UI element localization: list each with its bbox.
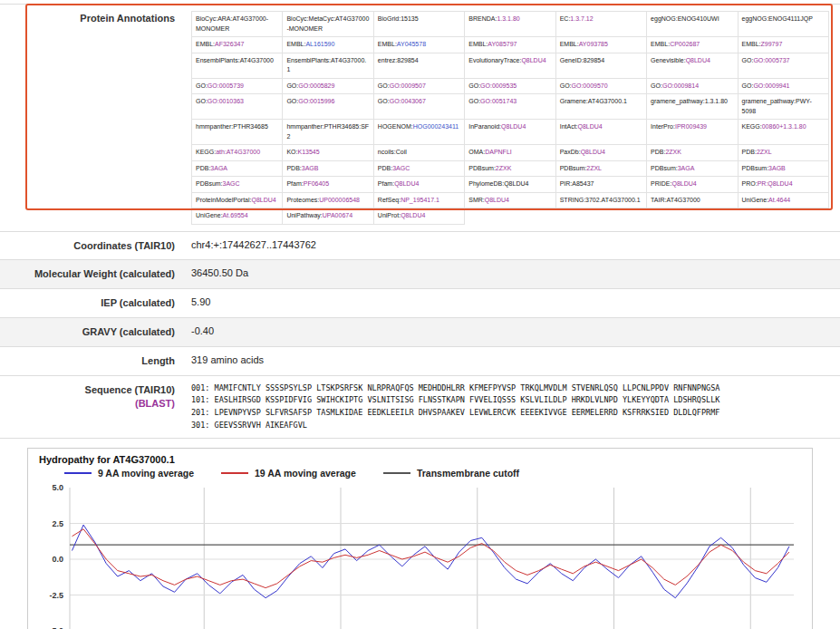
annotation-link[interactable]: GO:0009570 (572, 82, 608, 89)
annotation-link[interactable]: PF06405 (304, 180, 329, 187)
annotation-link[interactable]: 2ZXK (665, 149, 681, 155)
annotation-link[interactable]: GO:0005739 (208, 82, 244, 89)
annotation-link[interactable]: Q8LDU4 (521, 57, 546, 63)
annotation-db-name: PDBsum: (468, 165, 496, 171)
annotation-db-name: EMBL: (378, 41, 397, 47)
annotation-link[interactable]: 2ZXL (586, 165, 602, 171)
annotation-cell: PRO:PR:Q8LDU4 (738, 177, 828, 193)
annotation-link[interactable]: GO:0005737 (753, 57, 789, 63)
annotation-cell: Proteomes:UP000006548 (283, 192, 373, 208)
annotation-db-name: GO: (286, 98, 298, 104)
annotation-link[interactable]: 2ZXK (496, 165, 512, 171)
annotation-link[interactable]: 3AGA (678, 165, 695, 171)
annotation-db-name: PDBsum: (651, 165, 678, 171)
annotation-link[interactable]: GO:0043067 (390, 98, 426, 104)
annotation-link[interactable]: GO:0015996 (298, 98, 334, 104)
annotation-link[interactable]: 3AGC (392, 165, 410, 171)
annotation-link[interactable]: AY045578 (397, 41, 426, 47)
annotation-db-name: EMBL: (742, 41, 761, 47)
annotation-cell: GO:GO:0009814 (647, 78, 738, 94)
annotation-cell: GO:GO:0015996 (283, 94, 373, 120)
annotation-db-name: IntAct: (560, 123, 578, 130)
annotation-link[interactable]: GO:0009535 (480, 82, 517, 89)
annotation-link[interactable]: Q8LDU4 (578, 123, 603, 130)
annotation-link[interactable]: DAPNFLI (485, 149, 512, 155)
hydropathy-section: Hydropathy for AT4G37000.1 9 AA moving a… (0, 438, 840, 629)
annotation-cell: EMBL:AY093785 (555, 37, 646, 53)
gravy-value: -0.40 (188, 318, 840, 344)
annotation-db-name: Gramene: (560, 98, 588, 104)
coordinates-value: chr4:+:17442627..17443762 (188, 232, 840, 258)
annotation-link[interactable]: PR:Q8LDU4 (758, 180, 793, 187)
protein-annotations-table: BioCyc:ARA:AT4G37000-MONOMERBioCyc:MetaC… (191, 11, 829, 225)
annotation-link[interactable]: HOG000243411 (413, 123, 459, 130)
annotation-row: GO:GO:0010363GO:GO:0015996GO:GO:0043067G… (192, 94, 829, 120)
annotation-link[interactable]: CP002687 (670, 41, 700, 47)
annotation-link[interactable]: Q8LDU4 (581, 149, 605, 155)
annotation-cell: EnsemblPlants:AT4G37000 (192, 53, 283, 78)
annotation-row: PDBsum:3AGCPfam:PF06405Pfam:Q8LDU4Phylom… (192, 177, 829, 193)
chart-title: Hydropathy for AT4G37000.1 (39, 454, 805, 465)
annotation-link[interactable]: Q8LDU4 (671, 180, 696, 187)
annotation-db-name: eggNOG: (651, 15, 678, 22)
annotation-link[interactable]: Q8LDU4 (394, 180, 419, 187)
annotation-link[interactable]: NP_195417.1 (401, 197, 439, 203)
annotation-link[interactable]: 3AGC (223, 180, 240, 187)
iep-value: 5.90 (188, 289, 840, 315)
annotation-link[interactable]: AL161590 (305, 41, 334, 47)
molecular-weight-row: Molecular Weight (calculated) 36450.50 D… (0, 259, 840, 288)
molecular-weight-value: 36450.50 Da (188, 260, 840, 286)
annotation-cell: eggNOG:ENOG410UWI (647, 12, 738, 37)
annotation-link[interactable]: UPA00674 (323, 212, 352, 218)
annotation-cell: GO:GO:0009570 (555, 78, 646, 94)
annotation-link[interactable]: AF326347 (215, 41, 244, 47)
annotation-link[interactable]: 1.3.1.80 (497, 15, 519, 22)
sequence-label-text: Sequence (TAIR10) (4, 383, 175, 397)
annotation-link[interactable]: 00860+1.3.1.80 (762, 123, 806, 130)
annotation-cell: hmmpanther:PTHR34685:SF2 (283, 120, 373, 145)
legend-item-19aa: 19 AA moving average (221, 468, 356, 479)
annotation-link[interactable]: GO:0005829 (298, 82, 334, 89)
y-tick-label: -2.5 (49, 591, 63, 600)
annotation-link[interactable]: AY093785 (579, 41, 608, 47)
annotation-link[interactable]: At.4644 (768, 197, 790, 203)
annotation-cell: EMBL:Z99797 (738, 37, 828, 53)
annotation-link[interactable]: GO:0009507 (390, 82, 426, 89)
annotation-cell: GO:GO:0005829 (283, 78, 373, 94)
annotation-text: A85437 (572, 180, 594, 187)
annotation-cell: GO:GO:0043067 (373, 94, 464, 120)
annotation-cell: GO:GO:0009941 (738, 78, 828, 94)
blast-link[interactable]: (BLAST) (4, 397, 175, 411)
annotation-link[interactable]: Q8LDU4 (401, 212, 425, 218)
annotation-db-name: PDBsum: (742, 165, 769, 171)
annotation-link[interactable]: Q8LDU4 (485, 197, 509, 203)
annotation-cell: GO:GO:0009535 (465, 78, 555, 94)
annotation-link[interactable]: At.69554 (223, 212, 248, 218)
annotation-link[interactable]: Q8LDU4 (686, 57, 710, 63)
annotation-link[interactable]: Z99797 (761, 41, 783, 47)
annotation-db-name: PDB: (742, 149, 757, 155)
annotation-link[interactable]: K13545 (297, 149, 319, 155)
annotation-link[interactable]: GO:0010363 (208, 98, 244, 104)
annotation-link[interactable]: 3AGB (302, 165, 319, 171)
annotation-link[interactable]: Q8LDU4 (251, 197, 275, 203)
annotation-link[interactable]: GO:0009814 (662, 82, 699, 89)
annotation-link[interactable]: GO:0051743 (480, 98, 517, 104)
annotation-link[interactable]: AY085797 (488, 41, 517, 47)
annotation-link[interactable]: IPR009439 (675, 123, 707, 130)
annotation-link[interactable]: 3AGB (768, 165, 786, 171)
annotation-db-name: gramene_pathway: (651, 98, 705, 104)
annotation-link[interactable]: ath:AT4G37000 (216, 149, 260, 155)
annotation-db-name: BRENDA: (468, 15, 497, 22)
annotation-cell: EMBL:AY045578 (373, 37, 464, 53)
annotation-link[interactable]: 2ZXL (757, 149, 772, 155)
annotation-db-name: EnsemblPlants: (196, 57, 240, 63)
length-value: 319 amino acids (188, 347, 840, 373)
annotation-link[interactable]: 1.3.7.12 (570, 15, 593, 22)
annotation-cell: UniProt:Q8LDU4 (373, 208, 464, 225)
annotation-link[interactable]: GO:0009941 (753, 82, 789, 89)
annotation-db-name: GeneID: (560, 57, 584, 63)
annotation-link[interactable]: Q8LDU4 (501, 123, 526, 130)
annotation-link[interactable]: UP000006548 (319, 197, 360, 203)
annotation-link[interactable]: 3AGA (210, 165, 227, 171)
